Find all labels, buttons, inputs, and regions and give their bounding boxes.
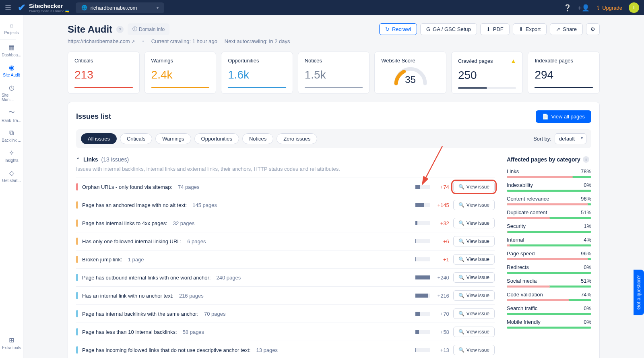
logo-subtitle: Proudly made in Ukraine 🇺🇦	[29, 9, 69, 13]
site-url-link[interactable]: https://richardbernabe.com ↗	[68, 38, 135, 44]
issue-name[interactable]: Page has less than 10 internal backlinks…	[82, 329, 177, 335]
view-all-pages-button[interactable]: 📄 View all pages	[536, 110, 591, 123]
recrawl-button[interactable]: ↻ Recrawl	[379, 23, 417, 35]
filter-chip-criticals[interactable]: Criticals	[120, 133, 152, 144]
issue-name[interactable]: Orphan URLs - only found via sitemap:	[82, 184, 172, 190]
issue-name[interactable]: Has only one followed internal linking U…	[82, 238, 182, 244]
category-row[interactable]: Social media51%	[507, 278, 591, 288]
mini-bar	[415, 348, 430, 352]
category-row[interactable]: Code validation74%	[507, 292, 591, 301]
view-issue-button[interactable]: 🔍 View issue	[453, 236, 495, 246]
info-icon[interactable]: i	[583, 156, 589, 163]
sidebar-item-rank-tra-[interactable]: 〜Rank Tra...	[0, 105, 23, 126]
stat-criticals[interactable]: Criticals 213	[68, 52, 140, 94]
category-row[interactable]: Search traffic0%	[507, 305, 591, 315]
stat-crawled[interactable]: Crawled pages ▲ 250	[451, 52, 523, 94]
category-row[interactable]: Mobile friendly0%	[507, 319, 591, 329]
issue-pages: 145 pages	[192, 202, 217, 208]
category-row[interactable]: Security1%	[507, 223, 591, 233]
issue-name[interactable]: Page has an anchored image with no alt t…	[82, 202, 187, 208]
hamburger-icon[interactable]: ☰	[5, 3, 11, 12]
extra-tools-icon: ⊞	[9, 336, 14, 344]
sidebar-item-insights[interactable]: ✧Insights	[0, 146, 23, 166]
sidebar-item-projects[interactable]: ⌂Projects	[0, 19, 23, 38]
stat-score[interactable]: Website Score 35	[374, 52, 446, 94]
categories-title: Affected pages by category i	[507, 156, 591, 163]
issue-row: Page has incoming followed links that do…	[76, 341, 495, 358]
mini-bar	[415, 294, 430, 298]
category-row[interactable]: Links78%	[507, 168, 591, 178]
category-name: Redirects	[507, 264, 529, 270]
category-bar	[507, 203, 591, 205]
category-name: Search traffic	[507, 305, 537, 311]
sidebar-item-site-audit[interactable]: ◉Site Audit	[0, 60, 23, 81]
help-tooltip-icon[interactable]: ?	[116, 26, 124, 33]
stat-indexable[interactable]: Indexable pages 294	[528, 52, 600, 94]
view-issue-button[interactable]: 🔍 View issue	[453, 200, 495, 210]
view-issue-button[interactable]: 🔍 View issue	[453, 272, 495, 283]
issues-title: Issues list	[76, 112, 111, 121]
export-button[interactable]: ⬇ Export	[513, 23, 547, 35]
view-issue-button[interactable]: 🔍 View issue	[453, 182, 495, 192]
category-row[interactable]: Content relevance96%	[507, 196, 591, 205]
category-row[interactable]: Page speed96%	[507, 250, 591, 260]
settings-button[interactable]: ⚙	[586, 23, 600, 35]
view-issue-button[interactable]: 🔍 View issue	[453, 308, 495, 319]
issue-name[interactable]: Has an internal link with no anchor text…	[82, 293, 173, 299]
sidebar-icon: 〜	[8, 108, 15, 117]
sort-select[interactable]: default	[555, 133, 586, 144]
issue-row: Page has an anchored image with no alt t…	[76, 196, 495, 214]
domain-info-button[interactable]: ⓘ Domain info	[128, 23, 169, 35]
view-issue-button[interactable]: 🔍 View issue	[453, 290, 495, 301]
sidebar-item-dashboa-[interactable]: ▦Dashboa...	[0, 40, 23, 60]
view-issue-button[interactable]: 🔍 View issue	[453, 345, 495, 355]
pdf-button[interactable]: ⬇ PDF	[480, 23, 510, 35]
upgrade-link[interactable]: ⇧ Upgrade	[596, 5, 622, 11]
delta-value: +6	[434, 238, 449, 244]
issue-name[interactable]: Broken jump link:	[82, 257, 122, 263]
issue-name[interactable]: Page has internal links to 4xx pages:	[82, 220, 167, 226]
category-bar	[507, 244, 591, 246]
issue-pages: 74 pages	[178, 184, 200, 190]
ga-gsc-button[interactable]: G GA / GSC Setup	[420, 23, 477, 35]
filter-chip-opportunities[interactable]: Opportunities	[194, 133, 239, 144]
stat-notices[interactable]: Notices 1.5k	[298, 52, 370, 94]
issue-row: Has an internal link with no anchor text…	[76, 286, 495, 304]
view-issue-button[interactable]: 🔍 View issue	[453, 254, 495, 265]
issue-name[interactable]: Page has outbound internal links with on…	[82, 275, 211, 281]
top-navbar: ☰ ✔ Sitechecker Proudly made in Ukraine …	[0, 0, 644, 15]
filter-chip-notices[interactable]: Notices	[242, 133, 273, 144]
site-selector[interactable]: 🌐 richardbernabe.com ▾	[76, 2, 164, 13]
sidebar-item-get-start-[interactable]: ◇Get start...	[0, 166, 23, 186]
category-row[interactable]: Redirects0%	[507, 264, 591, 274]
user-avatar[interactable]: I	[629, 2, 639, 13]
category-row[interactable]: Internal4%	[507, 237, 591, 246]
logo[interactable]: ✔ Sitechecker Proudly made in Ukraine 🇺🇦	[18, 2, 69, 13]
view-issue-button[interactable]: 🔍 View issue	[453, 218, 495, 228]
stat-opportunities[interactable]: Opportunities 1.6k	[221, 52, 293, 94]
category-row[interactable]: Indexability0%	[507, 182, 591, 192]
section-links-header[interactable]: ⌃ Links (13 issues)	[76, 156, 495, 163]
help-tab[interactable]: Got a question?	[634, 270, 644, 315]
filter-chip-warnings[interactable]: Warnings	[155, 133, 191, 144]
delta-value: +58	[434, 329, 449, 335]
filter-chip-all-issues[interactable]: All issues	[81, 133, 117, 144]
share-button[interactable]: ↗ Share	[550, 23, 583, 35]
sidebar-item-backlink-[interactable]: ⧉Backlink ...	[0, 126, 23, 146]
sidebar-icon: ⧉	[9, 129, 14, 137]
add-user-icon[interactable]: +👤	[578, 4, 590, 12]
view-issue-button[interactable]: 🔍 View issue	[453, 327, 495, 337]
sidebar-item-site-moni-[interactable]: ◷Site Moni...	[0, 81, 23, 105]
filter-chip-zero-issues[interactable]: Zero issues	[277, 133, 317, 144]
sidebar-icon: ◷	[9, 84, 14, 91]
help-icon[interactable]: ❔	[564, 4, 572, 12]
search-icon: 🔍	[458, 347, 464, 353]
upgrade-icon: ⇧	[596, 5, 601, 11]
issue-name[interactable]: Page has internal backlinks with the sam…	[82, 311, 198, 317]
issues-list: ⌃ Links (13 issues) Issues with internal…	[76, 156, 495, 358]
stat-warnings[interactable]: Warnings 2.4k	[144, 52, 217, 94]
issue-name[interactable]: Page has incoming followed links that do…	[82, 347, 250, 353]
category-row[interactable]: Duplicate content51%	[507, 209, 591, 219]
sidebar-item-extra-tools[interactable]: ⊞ Extra tools	[0, 333, 23, 353]
issue-row: Page has internal backlinks with the sam…	[76, 304, 495, 323]
